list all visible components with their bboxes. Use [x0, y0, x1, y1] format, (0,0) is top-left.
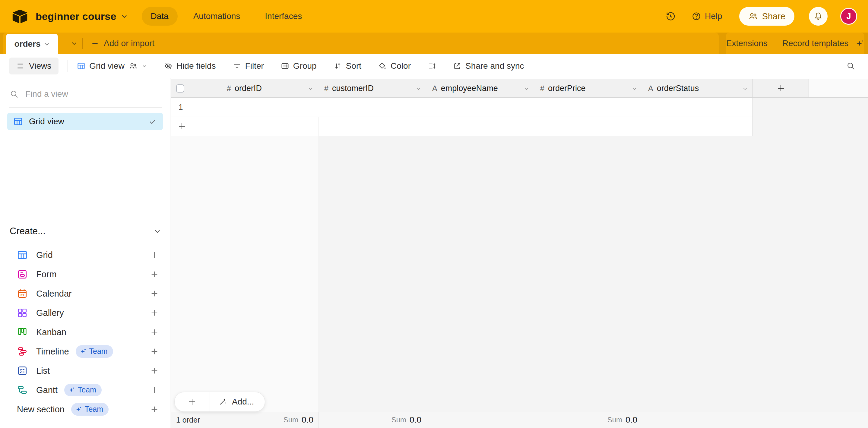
chevron-down-icon[interactable] — [524, 86, 529, 91]
chevron-down-icon[interactable] — [308, 86, 313, 91]
calendar-view-icon: 31 — [17, 288, 28, 299]
tab-interfaces[interactable]: Interfaces — [256, 7, 311, 26]
row-cell-orderprice[interactable] — [534, 98, 642, 117]
timeline-view-icon — [17, 346, 28, 357]
base-title[interactable]: beginner course — [36, 10, 116, 22]
ai-add-button[interactable]: Add... — [210, 392, 265, 411]
row-cell-orderid[interactable]: 1 — [171, 98, 318, 117]
sidebar-item-kanban[interactable]: Kanban — [0, 323, 170, 342]
add-record-row[interactable] — [171, 117, 753, 136]
base-menu-chevron-icon[interactable] — [121, 13, 128, 20]
row-height-button[interactable] — [428, 62, 436, 70]
share-and-sync-label: Share and sync — [465, 61, 524, 71]
sidebar-item-calendar[interactable]: 31 Calendar — [0, 284, 170, 303]
view-item-label: New section — [17, 404, 65, 415]
add-field-button[interactable] — [753, 79, 809, 98]
sidebar-item-gantt[interactable]: Gantt Team — [0, 381, 170, 400]
sidebar-item-new-section[interactable]: New section Team — [0, 400, 170, 419]
sum-label: Sum — [283, 416, 298, 424]
table-list-dropdown[interactable] — [65, 33, 83, 54]
sparkle-icon — [68, 387, 75, 393]
grid-view-icon — [77, 62, 85, 70]
airtable-logo-icon[interactable] — [12, 9, 28, 23]
column-header-employeename[interactable]: A employeeName — [426, 79, 534, 98]
add-view-icon[interactable] — [150, 328, 159, 336]
views-button[interactable]: Views — [9, 58, 59, 74]
row-cell-orderstatus[interactable] — [642, 98, 753, 117]
column-header-orderprice[interactable]: # orderPrice — [534, 79, 642, 98]
hide-fields-button[interactable]: Hide fields — [164, 61, 216, 71]
summary-sum-customerid[interactable]: Sum 0.0 — [392, 412, 421, 428]
team-badge: Team — [71, 403, 108, 416]
plus-icon — [776, 84, 785, 93]
top-nav: Data Automations Interfaces — [142, 7, 311, 26]
table-row[interactable]: 1 — [171, 98, 753, 117]
bell-icon — [813, 11, 823, 21]
tables-strip: orders Add or import — [3, 33, 719, 54]
sort-button[interactable]: Sort — [334, 61, 361, 71]
sidebar-item-gallery[interactable]: Gallery — [0, 303, 170, 323]
view-item-label: List — [36, 366, 50, 376]
table-menu-chevron-icon[interactable] — [44, 41, 50, 47]
tab-automations[interactable]: Automations — [184, 7, 249, 26]
add-view-icon[interactable] — [150, 405, 159, 414]
team-badge-label: Team — [85, 405, 103, 414]
sidebar-item-timeline[interactable]: Timeline Team — [0, 342, 170, 361]
tab-data[interactable]: Data — [142, 7, 178, 26]
summary-sum-orderid[interactable]: Sum 0.0 — [283, 412, 313, 428]
sparkle-icon — [75, 406, 82, 413]
gantt-view-icon — [17, 385, 28, 395]
add-view-icon[interactable] — [150, 309, 159, 317]
group-icon — [281, 62, 289, 70]
extensions-button[interactable]: Extensions — [726, 39, 768, 48]
share-and-sync-button[interactable]: Share and sync — [453, 61, 524, 71]
table-tab-orders[interactable]: orders — [6, 34, 58, 54]
chevron-down-icon[interactable] — [416, 86, 421, 91]
notifications-button[interactable] — [809, 7, 828, 26]
grid-view-icon — [13, 117, 23, 126]
current-view-button[interactable]: Grid view — [77, 61, 147, 71]
search-icon — [10, 90, 19, 99]
column-header-orderid[interactable]: # orderID — [171, 79, 318, 98]
magic-wand-icon — [218, 397, 227, 406]
avatar[interactable]: J — [840, 8, 857, 25]
add-view-icon[interactable] — [150, 289, 159, 298]
add-view-icon[interactable] — [150, 251, 159, 259]
chevron-down-icon[interactable] — [743, 86, 748, 91]
ai-add-label: Add... — [232, 397, 254, 406]
sidebar-item-grid[interactable]: Grid — [0, 245, 170, 265]
sidebar-item-form[interactable]: Form — [0, 265, 170, 284]
column-header-customerid[interactable]: # customerID — [318, 79, 426, 98]
filter-button[interactable]: Filter — [233, 61, 264, 71]
history-icon[interactable] — [665, 11, 676, 22]
column-header-orderstatus[interactable]: A orderStatus — [642, 79, 753, 98]
sum-value: 0.0 — [625, 415, 637, 425]
summary-sum-orderprice[interactable]: Sum 0.0 — [608, 412, 637, 428]
create-section-header[interactable]: Create... — [10, 222, 161, 240]
row-cell-employeename[interactable] — [426, 98, 534, 117]
chevron-down-icon[interactable] — [632, 86, 637, 91]
add-view-icon[interactable] — [150, 347, 159, 356]
group-button[interactable]: Group — [281, 61, 317, 71]
data-grid: # orderID # customerID A employeeName # … — [171, 78, 868, 428]
add-record-button[interactable] — [175, 392, 210, 411]
record-templates-button[interactable]: Record templates — [782, 39, 848, 48]
add-record-icon — [177, 122, 186, 131]
selected-view-label: Grid view — [29, 117, 64, 126]
sidebar-item-list[interactable]: List — [0, 361, 170, 381]
search-icon[interactable] — [846, 62, 855, 70]
color-button[interactable]: Color — [378, 61, 411, 71]
find-view-input[interactable]: Find a view — [10, 89, 68, 99]
first-column-shade — [171, 136, 318, 412]
help-button[interactable]: Help — [691, 11, 722, 21]
add-view-icon[interactable] — [150, 386, 159, 394]
add-view-icon[interactable] — [150, 270, 159, 278]
team-badge: Team — [76, 345, 113, 358]
add-view-icon[interactable] — [150, 366, 159, 375]
sidebar-item-grid-view[interactable]: Grid view — [7, 113, 163, 130]
select-all-checkbox[interactable] — [176, 85, 184, 93]
view-item-label: Kanban — [36, 327, 66, 337]
row-cell-customerid[interactable] — [318, 98, 426, 117]
add-or-import-button[interactable]: Add or import — [91, 33, 154, 54]
share-button[interactable]: Share — [739, 7, 795, 26]
